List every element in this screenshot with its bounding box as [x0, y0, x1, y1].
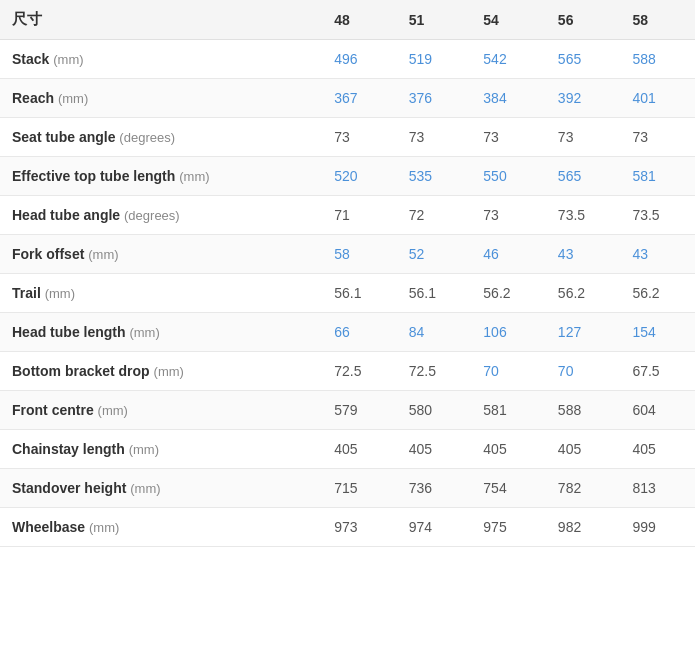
row-value: 56.2 [546, 274, 621, 313]
row-label: Reach (mm) [0, 79, 322, 118]
row-label: Wheelbase (mm) [0, 508, 322, 547]
row-value: 127 [546, 313, 621, 352]
header-col-51: 51 [397, 0, 472, 40]
row-value: 84 [397, 313, 472, 352]
row-value: 580 [397, 391, 472, 430]
header-col-label: 尺寸 [0, 0, 322, 40]
row-value: 43 [620, 235, 695, 274]
header-col-54: 54 [471, 0, 546, 40]
row-value: 579 [322, 391, 397, 430]
row-value: 376 [397, 79, 472, 118]
row-value: 588 [620, 40, 695, 79]
row-value: 71 [322, 196, 397, 235]
row-value: 56.1 [322, 274, 397, 313]
row-value: 715 [322, 469, 397, 508]
row-value: 405 [322, 430, 397, 469]
row-value: 106 [471, 313, 546, 352]
row-value: 535 [397, 157, 472, 196]
header-col-56: 56 [546, 0, 621, 40]
table-row: Stack (mm)496519542565588 [0, 40, 695, 79]
row-value: 73 [471, 118, 546, 157]
row-label: Trail (mm) [0, 274, 322, 313]
header-col-48: 48 [322, 0, 397, 40]
header-col-58: 58 [620, 0, 695, 40]
table-row: Effective top tube length (mm)5205355505… [0, 157, 695, 196]
table-row: Chainstay length (mm)405405405405405 [0, 430, 695, 469]
row-value: 405 [471, 430, 546, 469]
row-label: Effective top tube length (mm) [0, 157, 322, 196]
row-label: Stack (mm) [0, 40, 322, 79]
row-value: 66 [322, 313, 397, 352]
row-value: 519 [397, 40, 472, 79]
row-value: 56.2 [471, 274, 546, 313]
row-label: Front centre (mm) [0, 391, 322, 430]
row-value: 73 [471, 196, 546, 235]
row-value: 974 [397, 508, 472, 547]
row-value: 782 [546, 469, 621, 508]
row-label: Chainstay length (mm) [0, 430, 322, 469]
row-value: 565 [546, 40, 621, 79]
row-value: 43 [546, 235, 621, 274]
row-value: 52 [397, 235, 472, 274]
row-value: 813 [620, 469, 695, 508]
row-value: 367 [322, 79, 397, 118]
row-value: 496 [322, 40, 397, 79]
row-value: 405 [620, 430, 695, 469]
row-value: 70 [471, 352, 546, 391]
row-value: 975 [471, 508, 546, 547]
row-value: 58 [322, 235, 397, 274]
table-row: Fork offset (mm)5852464343 [0, 235, 695, 274]
row-value: 401 [620, 79, 695, 118]
row-value: 73 [397, 118, 472, 157]
row-value: 72.5 [322, 352, 397, 391]
row-label: Standover height (mm) [0, 469, 322, 508]
row-value: 73 [620, 118, 695, 157]
row-label: Bottom bracket drop (mm) [0, 352, 322, 391]
row-value: 405 [546, 430, 621, 469]
row-label: Fork offset (mm) [0, 235, 322, 274]
row-value: 392 [546, 79, 621, 118]
row-value: 154 [620, 313, 695, 352]
table-row: Seat tube angle (degrees)7373737373 [0, 118, 695, 157]
row-value: 550 [471, 157, 546, 196]
row-value: 73.5 [620, 196, 695, 235]
row-value: 520 [322, 157, 397, 196]
row-value: 982 [546, 508, 621, 547]
row-value: 973 [322, 508, 397, 547]
row-value: 73 [546, 118, 621, 157]
row-label: Head tube angle (degrees) [0, 196, 322, 235]
table-row: Bottom bracket drop (mm)72.572.5707067.5 [0, 352, 695, 391]
row-value: 384 [471, 79, 546, 118]
row-label: Head tube length (mm) [0, 313, 322, 352]
table-row: Head tube length (mm)6684106127154 [0, 313, 695, 352]
row-value: 999 [620, 508, 695, 547]
table-header-row: 尺寸 48 51 54 56 58 [0, 0, 695, 40]
row-value: 70 [546, 352, 621, 391]
row-value: 72.5 [397, 352, 472, 391]
row-value: 581 [471, 391, 546, 430]
table-row: Wheelbase (mm)973974975982999 [0, 508, 695, 547]
row-value: 67.5 [620, 352, 695, 391]
table-row: Reach (mm)367376384392401 [0, 79, 695, 118]
row-value: 72 [397, 196, 472, 235]
table-row: Front centre (mm)579580581588604 [0, 391, 695, 430]
table-row: Trail (mm)56.156.156.256.256.2 [0, 274, 695, 313]
row-label: Seat tube angle (degrees) [0, 118, 322, 157]
row-value: 604 [620, 391, 695, 430]
row-value: 588 [546, 391, 621, 430]
row-value: 565 [546, 157, 621, 196]
row-value: 73 [322, 118, 397, 157]
table-row: Head tube angle (degrees)71727373.573.5 [0, 196, 695, 235]
row-value: 405 [397, 430, 472, 469]
row-value: 73.5 [546, 196, 621, 235]
row-value: 56.1 [397, 274, 472, 313]
row-value: 581 [620, 157, 695, 196]
row-value: 46 [471, 235, 546, 274]
row-value: 754 [471, 469, 546, 508]
table-row: Standover height (mm)715736754782813 [0, 469, 695, 508]
geometry-table: 尺寸 48 51 54 56 58 Stack (mm)496519542565… [0, 0, 695, 547]
row-value: 736 [397, 469, 472, 508]
row-value: 56.2 [620, 274, 695, 313]
row-value: 542 [471, 40, 546, 79]
